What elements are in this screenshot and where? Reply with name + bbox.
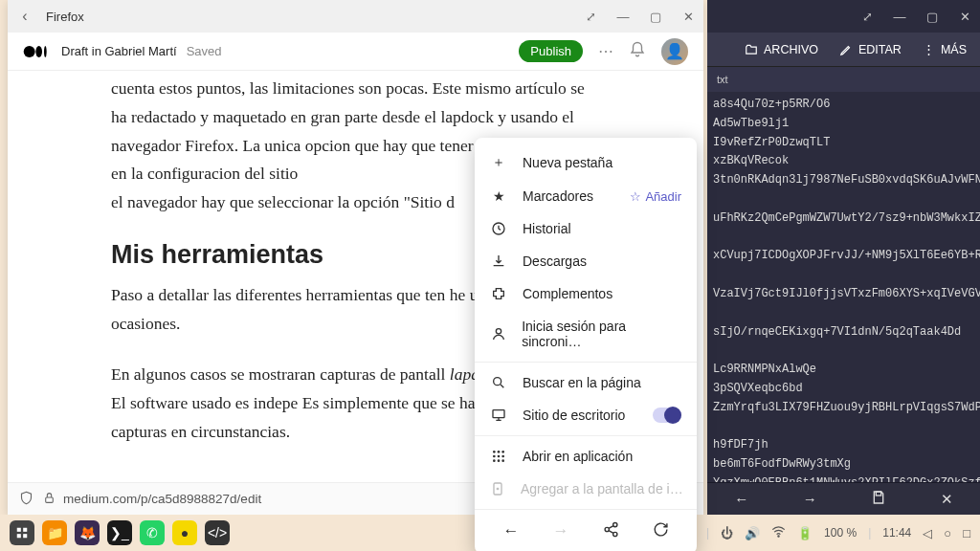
medium-header: Draft in Gabriel Martí Saved Publish ⋯ 👤	[8, 33, 703, 71]
addons-icon	[490, 286, 507, 301]
desktop-site-toggle[interactable]	[653, 408, 681, 423]
svg-point-14	[493, 459, 496, 462]
svg-point-5	[496, 329, 501, 334]
lock-icon[interactable]	[40, 492, 57, 507]
minimize-icon[interactable]: ―	[892, 9, 907, 24]
svg-rect-22	[17, 528, 21, 532]
power-icon[interactable]: ⏻	[721, 526, 733, 540]
medium-logo-icon[interactable]	[23, 44, 54, 59]
nav-recent-icon[interactable]: □	[963, 526, 970, 540]
toolbar-close-icon[interactable]: ✕	[941, 491, 953, 508]
window-title-bar: ‹ Firefox ⤢ ― ▢ ✕	[8, 0, 703, 33]
menu-add-to-home[interactable]: Agregar a la pantalla de i…	[475, 473, 697, 505]
menu-bookmarks[interactable]: ★ Marcadores ☆ Añadir	[475, 180, 697, 212]
shield-icon[interactable]	[17, 491, 34, 508]
toolbar-save-icon[interactable]	[871, 490, 886, 508]
menu-desktop-site[interactable]: Sitio de escritorio	[475, 399, 697, 431]
svg-point-18	[612, 522, 616, 526]
url-text: medium.com/p/ca5d8988827d/edit	[63, 492, 261, 506]
svg-point-12	[498, 455, 501, 458]
search-icon	[490, 375, 507, 390]
app-icon[interactable]: ●	[172, 520, 197, 545]
nav-back-icon[interactable]: ←	[503, 521, 520, 542]
window-title: Firefox	[46, 10, 583, 24]
menu-label: Historial	[523, 221, 571, 236]
whatsapp-app-icon[interactable]: ✆	[140, 520, 165, 545]
battery-icon[interactable]: 🔋	[797, 526, 813, 540]
menu-mas[interactable]: ⋮ MÁS	[923, 42, 967, 56]
menu-new-tab[interactable]: ＋ Nueva pestaña	[475, 145, 697, 180]
svg-rect-21	[877, 492, 881, 496]
svg-point-1	[35, 46, 42, 57]
menu-label: Agregar a la pantalla de i…	[521, 481, 683, 496]
plus-icon: ＋	[490, 154, 507, 171]
code-app-icon[interactable]: </>	[205, 520, 230, 545]
apps-icon[interactable]	[10, 520, 34, 545]
menu-label: Abrir en aplicación	[523, 449, 633, 464]
svg-rect-7	[493, 410, 504, 418]
svg-point-26	[778, 536, 779, 537]
draft-label: Draft in Gabriel Martí	[61, 44, 177, 58]
svg-point-9	[498, 451, 501, 453]
volume-icon[interactable]: 🔊	[745, 526, 760, 540]
svg-point-6	[494, 378, 501, 386]
battery-percentage: 100 %	[824, 526, 857, 540]
menu-editar[interactable]: EDITAR	[839, 43, 902, 56]
nav-back-icon[interactable]: ◁	[923, 526, 932, 540]
notifications-icon[interactable]	[629, 41, 646, 62]
menu-signin[interactable]: Inicia sesión para sincroni…	[475, 310, 697, 358]
svg-point-0	[24, 46, 35, 57]
menu-find-in-page[interactable]: Buscar en la página	[475, 366, 697, 399]
more-icon[interactable]: ⋯	[598, 42, 613, 60]
expand-icon[interactable]: ⤢	[859, 9, 875, 24]
menu-label: Marcadores	[523, 188, 593, 204]
firefox-app-icon[interactable]: 🦊	[75, 520, 100, 545]
menu-addons[interactable]: Complementos	[475, 277, 697, 310]
menu-open-in-app[interactable]: Abrir en aplicación	[475, 440, 697, 473]
back-chevron-icon[interactable]: ‹	[15, 8, 34, 25]
nav-home-icon[interactable]: ○	[944, 526, 951, 540]
reload-icon[interactable]	[653, 521, 669, 542]
window-controls: ⤢ ― ▢ ✕	[583, 9, 696, 24]
editor-menu-bar: ARCHIVO EDITAR ⋮ MÁS	[707, 33, 980, 67]
add-to-home-icon	[490, 481, 505, 496]
add-bookmark-link[interactable]: ☆ Añadir	[630, 189, 681, 204]
svg-point-20	[612, 532, 616, 536]
menu-label: Sitio de escritorio	[523, 408, 625, 423]
share-icon[interactable]	[603, 521, 619, 542]
maximize-icon[interactable]: ▢	[924, 9, 940, 24]
menu-label: Inicia sesión para sincroni…	[522, 319, 681, 349]
wifi-icon[interactable]	[771, 524, 786, 541]
clock: 11:44	[882, 526, 911, 540]
menu-archivo[interactable]: ARCHIVO	[745, 43, 818, 56]
close-icon[interactable]: ✕	[957, 9, 972, 24]
minimize-icon[interactable]: ―	[615, 9, 631, 24]
history-icon	[490, 221, 507, 236]
editor-content[interactable]: a8s4Qu70z+p5RR/O6Ad5wTbe9lj1I9vRefZrP0Dz…	[707, 92, 980, 482]
star-filled-icon: ★	[490, 188, 507, 204]
expand-icon[interactable]: ⤢	[583, 9, 598, 24]
account-icon	[490, 326, 506, 342]
menu-downloads[interactable]: Descargas	[475, 245, 697, 277]
toolbar-back-icon[interactable]: ←	[734, 491, 748, 507]
close-icon[interactable]: ✕	[680, 9, 696, 24]
svg-point-19	[605, 527, 609, 531]
svg-point-10	[501, 451, 504, 453]
editor-window: ⤢ ― ▢ ✕ ARCHIVO EDITAR ⋮ MÁS txt a8s4Qu7…	[707, 0, 980, 515]
menu-label: Nueva pestaña	[523, 155, 612, 170]
toolbar-forward-icon[interactable]: →	[803, 491, 817, 507]
svg-point-8	[493, 451, 496, 453]
svg-point-16	[501, 459, 504, 462]
editor-tab[interactable]: txt	[707, 67, 980, 92]
publish-button[interactable]: Publish	[519, 40, 583, 62]
menu-label: Descargas	[523, 253, 587, 269]
editor-toolbar: ← → ✕	[707, 482, 980, 515]
avatar[interactable]: 👤	[661, 38, 688, 65]
files-app-icon[interactable]: 📁	[42, 520, 67, 545]
svg-rect-24	[17, 534, 21, 538]
svg-rect-23	[23, 528, 27, 532]
svg-rect-3	[45, 496, 53, 501]
maximize-icon[interactable]: ▢	[648, 9, 663, 24]
menu-history[interactable]: Historial	[475, 212, 697, 245]
terminal-app-icon[interactable]: ❯_	[107, 520, 132, 545]
